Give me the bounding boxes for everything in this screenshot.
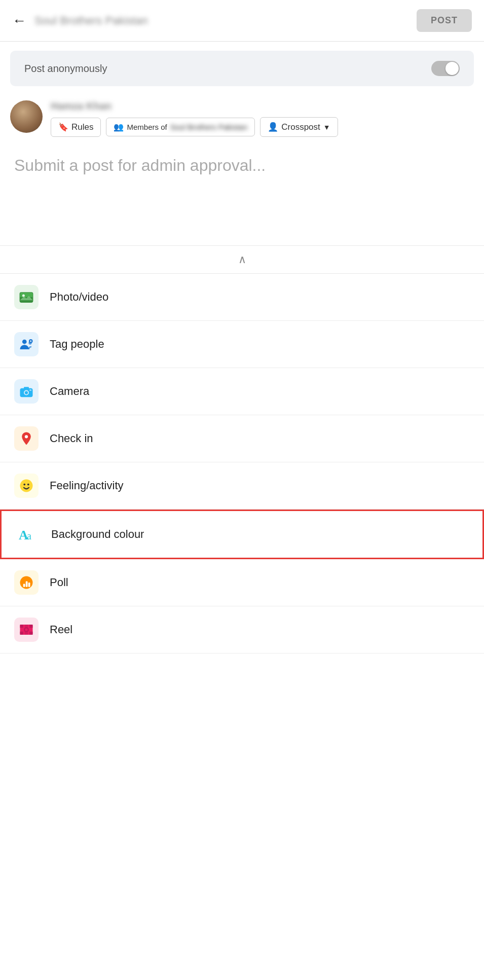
background-colour-label: Background colour (51, 528, 144, 541)
photo-video-label: Photo/video (50, 291, 108, 304)
background-colour-icon: A a (16, 522, 40, 547)
reel-icon (14, 618, 39, 642)
svg-rect-29 (29, 625, 32, 628)
post-button[interactable]: POST (417, 9, 472, 32)
crosspost-chevron-icon: ▼ (323, 123, 330, 131)
check-in-label: Check in (50, 432, 93, 445)
reel-label: Reel (50, 623, 72, 636)
svg-rect-15 (24, 387, 29, 389)
anonymous-toggle[interactable] (431, 61, 460, 76)
svg-rect-28 (20, 625, 23, 628)
rules-button[interactable]: 🔖 Rules (51, 118, 101, 137)
svg-rect-26 (28, 583, 30, 587)
crosspost-icon: 👤 (268, 122, 278, 132)
svg-point-20 (27, 484, 29, 486)
svg-rect-35 (25, 632, 28, 635)
post-input-area[interactable]: Submit a post for admin approval... (0, 144, 484, 245)
user-section: Hamza Khan 🔖 Rules 👥 Members of Soul Bro… (0, 95, 484, 144)
members-button[interactable]: 👥 Members of Soul Brothers Pakistan (106, 118, 255, 136)
menu-item-background-colour[interactable]: A a Background colour (0, 510, 484, 559)
avatar-image (10, 100, 43, 133)
svg-rect-31 (29, 632, 32, 635)
header-left: ← Soul Brothers Pakistan (12, 13, 148, 29)
avatar (10, 100, 43, 133)
user-details: Hamza Khan 🔖 Rules 👥 Members of Soul Bro… (51, 100, 474, 137)
anonymous-label: Post anonymously (24, 63, 107, 75)
menu-item-check-in[interactable]: Check in (0, 415, 484, 462)
toggle-knob (445, 62, 459, 75)
crosspost-label: Crosspost (281, 122, 320, 132)
post-placeholder: Submit a post for admin approval... (14, 154, 470, 177)
svg-text:a: a (27, 530, 31, 541)
collapse-arrow-icon: ∧ (238, 253, 246, 266)
members-label: Members of (127, 123, 167, 131)
menu-item-poll[interactable]: Poll (0, 559, 484, 606)
rules-icon: 🔖 (58, 122, 68, 132)
svg-point-14 (25, 391, 28, 394)
svg-point-11 (30, 340, 31, 342)
feeling-icon (14, 474, 39, 498)
camera-label: Camera (50, 385, 89, 398)
poll-icon (14, 570, 39, 595)
svg-point-33 (25, 629, 28, 631)
user-name: Hamza Khan (51, 100, 474, 112)
svg-rect-30 (20, 632, 23, 635)
svg-point-6 (22, 294, 25, 297)
members-icon: 👥 (114, 122, 124, 132)
svg-rect-24 (23, 584, 25, 587)
group-title: Soul Brothers Pakistan (34, 14, 148, 27)
anonymous-bar: Post anonymously (10, 51, 474, 86)
crosspost-button[interactable]: 👤 Crosspost ▼ (260, 117, 338, 137)
camera-icon (14, 379, 39, 404)
menu-item-tag-people[interactable]: Tag people (0, 321, 484, 368)
svg-point-19 (23, 484, 25, 486)
collapse-section[interactable]: ∧ (0, 245, 484, 273)
check-in-icon (14, 426, 39, 451)
menu-item-camera[interactable]: Camera (0, 368, 484, 415)
svg-rect-16 (29, 389, 31, 391)
action-menu-list: Photo/video Tag people (0, 273, 484, 654)
poll-label: Poll (50, 576, 68, 589)
members-group-name: Soul Brothers Pakistan (170, 123, 248, 131)
menu-item-reel[interactable]: Reel (0, 606, 484, 654)
user-tags: 🔖 Rules 👥 Members of Soul Brothers Pakis… (51, 117, 474, 137)
header: ← Soul Brothers Pakistan POST (0, 0, 484, 42)
svg-rect-34 (25, 625, 28, 628)
menu-item-feeling[interactable]: Feeling/activity (0, 462, 484, 510)
photo-video-icon (14, 285, 39, 309)
menu-item-photo-video[interactable]: Photo/video (0, 274, 484, 321)
svg-point-8 (22, 340, 27, 344)
svg-point-17 (25, 435, 28, 438)
tag-people-icon (14, 332, 39, 356)
svg-point-18 (20, 480, 33, 492)
back-arrow-icon: ← (12, 13, 26, 28)
tag-people-label: Tag people (50, 338, 104, 351)
svg-rect-25 (26, 582, 28, 587)
rules-label: Rules (71, 122, 93, 132)
feeling-label: Feeling/activity (50, 479, 124, 492)
back-button[interactable]: ← (12, 13, 26, 29)
